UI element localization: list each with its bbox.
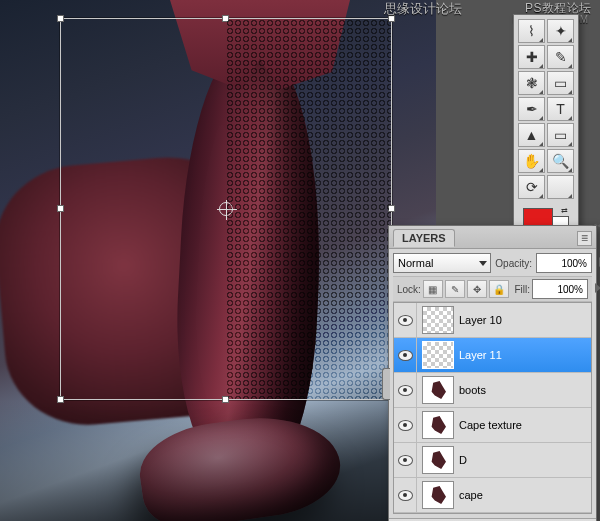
transform-handle-top-middle[interactable]: [222, 15, 229, 22]
gradient-tool[interactable]: ▭: [547, 71, 574, 95]
blend-mode-dropdown[interactable]: Normal: [393, 253, 491, 273]
eye-icon: [398, 385, 413, 396]
eye-icon: [398, 420, 413, 431]
panel-tab-bar: LAYERS ≡: [389, 226, 596, 249]
layer-name-label[interactable]: Layer 10: [459, 314, 591, 326]
fill-input[interactable]: 100%: [532, 279, 588, 299]
shape-tool[interactable]: ▭: [547, 123, 574, 147]
tool-flyout-corner-icon: [539, 194, 543, 198]
layer-row[interactable]: Layer 11: [394, 338, 591, 373]
transform-handle-bottom-middle[interactable]: [222, 396, 229, 403]
zoom-tool[interactable]: 🔍: [547, 149, 574, 173]
transform-handle-middle-left[interactable]: [57, 205, 64, 212]
type-tool[interactable]: T: [547, 97, 574, 121]
blend-mode-value: Normal: [398, 257, 433, 269]
layer-row[interactable]: D: [394, 443, 591, 478]
tool-flyout-corner-icon: [568, 64, 572, 68]
layer-visibility-toggle[interactable]: [394, 443, 417, 477]
lasso-tool[interactable]: ⌇: [518, 19, 545, 43]
layer-row[interactable]: cape: [394, 478, 591, 513]
swap-colors-icon[interactable]: ⇄: [561, 206, 568, 215]
layer-thumbnail[interactable]: [422, 411, 454, 439]
layer-name-label[interactable]: cape: [459, 489, 591, 501]
tool-flyout-corner-icon: [568, 116, 572, 120]
slider-flyout-icon[interactable]: [595, 283, 600, 293]
layers-tab[interactable]: LAYERS: [393, 229, 455, 247]
quick-select-tool[interactable]: ✦: [547, 19, 574, 43]
tool-flyout-corner-icon: [539, 64, 543, 68]
fill-label: Fill:: [514, 284, 530, 295]
layer-thumbnail-content: [430, 451, 446, 469]
transform-handle-top-left[interactable]: [57, 15, 64, 22]
panel-menu-icon[interactable]: ≡: [577, 231, 592, 246]
opacity-value: 100%: [561, 258, 587, 269]
free-transform-bounding-box[interactable]: [60, 18, 392, 400]
eye-icon: [398, 455, 413, 466]
layer-thumbnail-content: [430, 381, 446, 399]
eye-icon: [398, 490, 413, 501]
layer-thumbnail[interactable]: [422, 341, 454, 369]
tool-flyout-corner-icon: [539, 142, 543, 146]
layer-thumbnail[interactable]: [422, 376, 454, 404]
rotate-view-tool[interactable]: ⟳: [518, 175, 545, 199]
tool-flyout-corner-icon: [568, 38, 572, 42]
layer-visibility-toggle[interactable]: [394, 408, 417, 442]
layer-visibility-toggle[interactable]: [394, 373, 417, 407]
tool-flyout-corner-icon: [539, 38, 543, 42]
hand-tool[interactable]: ✋: [518, 149, 545, 173]
placeholder-tool[interactable]: [547, 175, 574, 199]
tool-flyout-corner-icon: [539, 90, 543, 94]
lock-all-icon[interactable]: 🔒: [489, 280, 509, 298]
eye-icon: [398, 350, 413, 361]
watermark-text: 思缘设计论坛: [384, 0, 462, 18]
layer-name-label[interactable]: Cape texture: [459, 419, 591, 431]
layer-thumbnail-content: [430, 416, 446, 434]
layers-panel: ◂◂ LAYERS ≡ Normal Opacity: 100% Lock: ▦…: [388, 225, 597, 521]
tool-flyout-corner-icon: [568, 142, 572, 146]
transform-handle-bottom-left[interactable]: [57, 396, 64, 403]
opacity-input[interactable]: 100%: [536, 253, 592, 273]
lock-position-icon[interactable]: ✥: [467, 280, 487, 298]
opacity-label: Opacity:: [495, 258, 532, 269]
layer-row[interactable]: boots: [394, 373, 591, 408]
layer-name-label[interactable]: boots: [459, 384, 591, 396]
brush-tool[interactable]: ✎: [547, 45, 574, 69]
tool-flyout-corner-icon: [568, 90, 572, 94]
layer-thumbnail[interactable]: [422, 306, 454, 334]
artwork-shadow: [0, 401, 436, 521]
tool-flyout-corner-icon: [568, 168, 572, 172]
layer-row[interactable]: Cape texture: [394, 408, 591, 443]
lock-label: Lock:: [397, 284, 421, 295]
tool-flyout-corner-icon: [568, 194, 572, 198]
transform-center-point[interactable]: [219, 202, 233, 216]
lock-transparency-icon[interactable]: ▦: [423, 280, 443, 298]
layer-visibility-toggle[interactable]: [394, 338, 417, 372]
chevron-down-icon: [479, 261, 487, 266]
layer-visibility-toggle[interactable]: [394, 303, 417, 337]
pen-tool[interactable]: ✒: [518, 97, 545, 121]
layer-thumbnail[interactable]: [422, 481, 454, 509]
document-canvas[interactable]: [0, 0, 436, 521]
tool-flyout-corner-icon: [539, 116, 543, 120]
layer-visibility-toggle[interactable]: [394, 478, 417, 512]
layer-thumbnail[interactable]: [422, 446, 454, 474]
transform-handle-middle-right[interactable]: [388, 205, 395, 212]
layer-row[interactable]: Layer 10: [394, 303, 591, 338]
eye-icon: [398, 315, 413, 326]
path-select-tool[interactable]: ▲: [518, 123, 545, 147]
history-brush-tool[interactable]: ❃: [518, 71, 545, 95]
lock-pixels-icon[interactable]: ✎: [445, 280, 465, 298]
tool-flyout-corner-icon: [539, 168, 543, 172]
panel-collapse-handle[interactable]: [382, 368, 390, 400]
layer-list[interactable]: Layer 10Layer 11bootsCape textureDcape: [393, 302, 592, 514]
fill-value: 100%: [557, 284, 583, 295]
healing-brush-tool[interactable]: ✚: [518, 45, 545, 69]
layer-name-label[interactable]: D: [459, 454, 591, 466]
layer-thumbnail-content: [430, 486, 446, 504]
layer-name-label[interactable]: Layer 11: [459, 349, 591, 361]
